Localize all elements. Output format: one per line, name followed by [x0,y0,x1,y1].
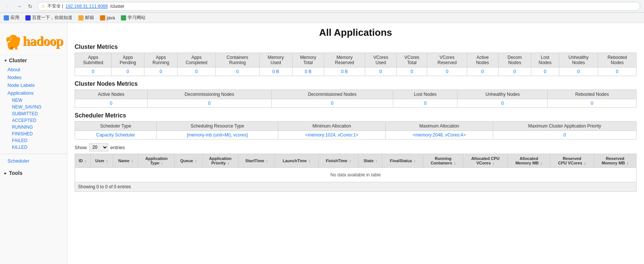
cluster-metrics-table-container: Apps Submitted Apps Pending Apps Running… [75,53,637,76]
sidebar-state-killed[interactable]: KILLED [0,144,67,151]
cluster-nodes-metrics-table-container: Active Nodes Decommissioning Nodes Decom… [75,89,637,108]
sidebar-state-new-saving[interactable]: NEW_SAVING [0,104,67,110]
cm-val-apps-completed[interactable]: 0 [178,67,216,76]
cm-val-decom-nodes[interactable]: 0 [498,67,531,76]
col-header-state[interactable]: State ↕ [359,154,382,168]
refresh-button[interactable]: ↻ [26,2,34,10]
entries-label: entries [110,145,125,150]
cm-val-apps-running[interactable]: 0 [144,67,178,76]
cm-header-containers-running: Containers Running [216,53,259,67]
sm-val-scheduler-type[interactable]: Capacity Scheduler [75,131,157,139]
cm-header-apps-running: Apps Running [144,53,178,67]
sidebar-state-finished[interactable]: FINISHED [0,131,67,137]
logo-area: hadoop [0,27,67,55]
col-header-application-priority[interactable]: ApplicationPriority ↕ [202,154,238,168]
sidebar-item-applications[interactable]: Applications [0,89,67,97]
back-button[interactable]: ← [4,2,12,10]
cnm-val-decommissioned-nodes[interactable]: 0 [271,99,393,108]
col-header-finish-time[interactable]: FinishTime ↕ [318,154,359,168]
cnm-val-rebooted-nodes[interactable]: 0 [548,99,637,108]
forward-button[interactable]: → [15,2,23,10]
cm-header-vcores-total: VCores Total [397,53,427,67]
col-header-application-type[interactable]: ApplicationType ↕ [138,154,175,168]
bookmark-mail[interactable]: 邮箱 [78,15,94,21]
col-header-name[interactable]: Name ↕ [113,154,138,168]
sidebar-state-failed[interactable]: FAILED [0,137,67,144]
sidebar-item-nodes[interactable]: Nodes [0,73,67,81]
cnm-val-lost-nodes[interactable]: 0 [393,99,457,108]
col-header-allocated-memory[interactable]: AllocatedMemory MB ↕ [507,154,550,168]
url-security-label: 不安全 | [47,3,63,9]
sm-val-max-cluster-priority: 0 [493,131,636,139]
sidebar-item-about[interactable]: About [0,66,67,73]
sidebar-tools-title[interactable]: ► Tools [0,168,67,178]
cm-val-memory-total: 0 B [292,67,324,76]
col-header-id[interactable]: ID ↕ [75,154,91,168]
sidebar-cluster-title[interactable]: ▼ Cluster [0,55,67,66]
cnm-header-rebooted-nodes: Rebooted Nodes [548,90,637,99]
col-header-queue[interactable]: Queue ↕ [175,154,202,168]
hadoop-logo-text: hadoop [23,33,63,49]
col-header-allocated-cpu[interactable]: Allocated CPUVCores ↕ [463,154,507,168]
sidebar-item-scheduler[interactable]: Scheduler [0,157,67,165]
cm-val-rebooted-nodes[interactable]: 0 [598,67,637,76]
applications-table-container: ID ↕ User ↕ Name ↕ ApplicationType ↕ Que… [75,154,637,182]
scheduler-metrics-row: Capacity Scheduler [memory-mb (unit=Mi),… [75,131,637,139]
sidebar-state-accepted[interactable]: ACCEPTED [0,117,67,124]
cm-header-decom-nodes: Decom Nodes [498,53,531,67]
sm-val-scheduling-resource-type: [memory-mb (unit=Mi), vcores] [157,131,278,139]
scheduler-metrics-table: Scheduler Type Scheduling Resource Type … [75,121,637,139]
applications-table: ID ↕ User ↕ Name ↕ ApplicationType ↕ Que… [75,154,637,182]
hadoop-elephant-icon [4,31,23,51]
cm-header-unhealthy-nodes: Unhealthy Nodes [559,53,598,67]
col-header-final-status[interactable]: FinalStatus ↕ [382,154,423,168]
bookmark-baidu[interactable]: 百度一下，你就知道 [25,15,72,21]
hadoop-logo: hadoop [4,31,63,51]
sidebar-state-new[interactable]: NEW [0,97,67,104]
col-header-running-containers[interactable]: RunningContainers ↕ [423,154,463,168]
cm-val-apps-pending[interactable]: 0 [112,67,144,76]
col-header-reserved-cpu[interactable]: ReservedCPU VCores ↕ [550,154,594,168]
bookmark-apps[interactable]: 应用 [4,15,19,21]
col-header-reserved-memory[interactable]: ReservedMemory MB ↕ [594,154,637,168]
cm-header-apps-completed: Apps Completed [178,53,216,67]
col-header-user[interactable]: User ↕ [90,154,113,168]
sidebar: hadoop ▼ Cluster About Nodes Node Labels… [0,23,67,264]
applications-table-header-row: ID ↕ User ↕ Name ↕ ApplicationType ↕ Que… [75,154,637,168]
sidebar-item-node-labels[interactable]: Node Labels [0,81,67,89]
cluster-metrics-table: Apps Submitted Apps Pending Apps Running… [75,53,637,76]
bookmarks-bar: 应用 百度一下，你就知道 邮箱 java 学习网站 [0,13,644,23]
svg-rect-8 [11,47,13,50]
sidebar-cluster-section: ▼ Cluster About Nodes Node Labels Applic… [0,55,67,165]
sidebar-state-submitted[interactable]: SUBMITTED [0,110,67,117]
col-header-start-time[interactable]: StartTime ↕ [238,154,275,168]
col-header-launch-time[interactable]: LaunchTime ↕ [275,154,318,168]
sidebar-state-running[interactable]: RUNNING [0,124,67,131]
cm-val-apps-submitted[interactable]: 0 [75,67,112,76]
cnm-header-unhealthy-nodes: Unhealthy Nodes [457,90,548,99]
browser-bar: ← → ↻ ⚠ 不安全 | 192.168.31.111:8088/cluste… [0,0,644,13]
cnm-val-active-nodes[interactable]: 0 [75,99,148,108]
url-bar[interactable]: ⚠ 不安全 | 192.168.31.111:8088/cluster [37,2,640,11]
cm-val-vcores-total: 0 [397,67,427,76]
cm-header-active-nodes: Active Nodes [467,53,498,67]
cm-val-vcores-used: 0 [365,67,397,76]
cm-header-memory-reserved: Memory Reserved [324,53,365,67]
scheduler-metrics-title: Scheduler Metrics [75,112,637,119]
bookmark-java[interactable]: java [100,15,115,21]
sm-header-max-cluster-priority: Maximum Cluster Application Priority [493,122,636,131]
cnm-header-decommissioned-nodes: Decommissioned Nodes [271,90,393,99]
cm-val-active-nodes[interactable]: 0 [467,67,498,76]
sidebar-tools-section: ► Tools [0,168,67,178]
cm-val-unhealthy-nodes[interactable]: 0 [559,67,598,76]
show-entries-select[interactable]: 10 20 25 50 100 [89,143,108,151]
no-data-message: No data available in table [75,168,637,182]
cnm-val-decommissioning-nodes[interactable]: 0 [147,99,271,108]
cm-header-apps-pending: Apps Pending [112,53,144,67]
url-path: /cluster [110,4,125,9]
cluster-metrics-title: Cluster Metrics [75,44,637,50]
bookmark-study[interactable]: 学习网站 [121,15,146,21]
cm-val-memory-used: 0 B [259,67,292,76]
cnm-val-unhealthy-nodes[interactable]: 0 [457,99,548,108]
cm-val-lost-nodes[interactable]: 0 [531,67,559,76]
